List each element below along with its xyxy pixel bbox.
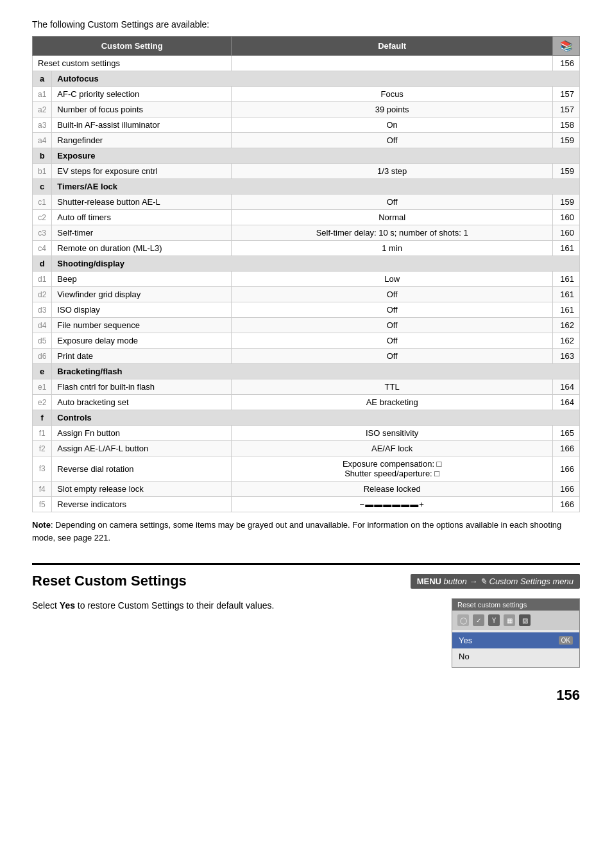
row-default-e2: AE bracketing <box>232 395 553 410</box>
row-default-b1: 1/3 step <box>232 164 553 179</box>
row-f3: f3 Reverse dial rotation Exposure compen… <box>33 456 580 482</box>
menu-path-text: button → ✎ Custom Settings menu <box>444 577 574 586</box>
row-default-d2: Off <box>232 287 553 302</box>
row-label-c3: Self-timer <box>52 225 232 241</box>
note-text: : Depending on camera settings, some ite… <box>32 520 561 542</box>
reset-row: Reset custom settings 156 <box>33 56 580 71</box>
row-label-f4: Slot empty release lock <box>52 482 232 497</box>
row-id-f1: f1 <box>33 426 52 441</box>
row-d5: d5 Exposure delay mode Off 162 <box>33 333 580 349</box>
row-default-c1: Off <box>232 195 553 210</box>
row-label-f1: Assign Fn button <box>52 426 232 441</box>
row-c3: c3 Self-timer Self-timer delay: 10 s; nu… <box>33 225 580 241</box>
dialog-title: Reset custom settings <box>452 599 579 611</box>
row-default-d6: Off <box>232 349 553 364</box>
row-page-d4: 162 <box>553 318 580 333</box>
section-header-a: a Autofocus <box>33 71 580 87</box>
row-default-d4: Off <box>232 318 553 333</box>
row-page-a2: 157 <box>553 102 580 117</box>
row-page-f5: 166 <box>553 497 580 512</box>
section-title-f: Controls <box>52 410 580 426</box>
row-label-d3: ISO display <box>52 302 232 318</box>
row-default-d5: Off <box>232 333 553 349</box>
row-label-c2: Auto off timers <box>52 210 232 225</box>
row-default-c3: Self-timer delay: 10 s; number of shots:… <box>232 225 553 241</box>
col-header-setting: Custom Setting <box>33 37 232 56</box>
row-label-c1: Shutter-release button AE-L <box>52 195 232 210</box>
row-d1: d1 Beep Low 161 <box>33 272 580 287</box>
row-page-f2: 166 <box>553 441 580 456</box>
row-label-d6: Print date <box>52 349 232 364</box>
row-id-d4: d4 <box>33 318 52 333</box>
reset-menu-path: MENU button → ✎ Custom Settings menu <box>411 574 580 589</box>
row-label-e2: Auto bracketing set <box>52 395 232 410</box>
section-header-e: e Bracketing/flash <box>33 364 580 379</box>
row-page-c4: 161 <box>553 241 580 256</box>
row-id-f4: f4 <box>33 482 52 497</box>
reset-page: 156 <box>553 56 580 71</box>
row-page-f4: 166 <box>553 482 580 497</box>
row-page-b1: 159 <box>553 164 580 179</box>
row-id-c4: c4 <box>33 241 52 256</box>
row-label-a4: Rangefinder <box>52 133 232 148</box>
row-page-d6: 163 <box>553 349 580 364</box>
row-label-f5: Reverse indicators <box>52 497 232 512</box>
row-c2: c2 Auto off timers Normal 160 <box>33 210 580 225</box>
section-title-a: Autofocus <box>52 71 580 87</box>
dialog-icon-4: ▦ <box>504 614 515 626</box>
menu-label: MENU <box>417 577 441 586</box>
no-label: No <box>459 652 470 661</box>
row-page-a1: 157 <box>553 87 580 102</box>
row-default-d1: Low <box>232 272 553 287</box>
row-page-f1: 165 <box>553 426 580 441</box>
row-default-f2: AE/AF lock <box>232 441 553 456</box>
row-f2: f2 Assign AE-L/AF-L button AE/AF lock 16… <box>33 441 580 456</box>
reset-header: Reset Custom Settings MENU button → ✎ Cu… <box>32 573 580 589</box>
intro-text: The following Custom Settings are availa… <box>32 19 580 30</box>
row-f1: f1 Assign Fn button ISO sensitivity 165 <box>33 426 580 441</box>
custom-settings-table: Custom Setting Default 📚 Reset custom se… <box>32 36 580 512</box>
row-d6: d6 Print date Off 163 <box>33 349 580 364</box>
dialog-icons: ◯ ✓ Y ▦ ▨ <box>452 611 579 630</box>
row-e2: e2 Auto bracketing set AE bracketing 164 <box>33 395 580 410</box>
section-key-c: c <box>33 179 52 195</box>
row-page-d2: 161 <box>553 287 580 302</box>
row-f4: f4 Slot empty release lock Release locke… <box>33 482 580 497</box>
row-label-c4: Remote on duration (ML-L3) <box>52 241 232 256</box>
row-page-a3: 158 <box>553 117 580 133</box>
row-id-a3: a3 <box>33 117 52 133</box>
row-id-e1: e1 <box>33 379 52 395</box>
row-page-c3: 160 <box>553 225 580 241</box>
row-page-f3: 166 <box>553 456 580 482</box>
row-label-a2: Number of focus points <box>52 102 232 117</box>
row-default-d3: Off <box>232 302 553 318</box>
row-label-a3: Built-in AF-assist illuminator <box>52 117 232 133</box>
reset-section: Reset Custom Settings MENU button → ✎ Cu… <box>32 563 580 668</box>
section-key-f: f <box>33 410 52 426</box>
dialog-icon-1: ◯ <box>457 614 469 626</box>
dialog-option-no[interactable]: No <box>452 648 579 664</box>
row-id-d3: d3 <box>33 302 52 318</box>
row-a1: a1 AF-C priority selection Focus 157 <box>33 87 580 102</box>
row-id-f5: f5 <box>33 497 52 512</box>
row-id-b1: b1 <box>33 164 52 179</box>
row-id-f3: f3 <box>33 456 52 482</box>
dialog-option-yes[interactable]: Yes OK <box>452 632 579 648</box>
row-id-d2: d2 <box>33 287 52 302</box>
row-e1: e1 Flash cntrl for built-in flash TTL 16… <box>33 379 580 395</box>
indicators-symbol: −▬▬▬▬▬▬+ <box>360 499 425 509</box>
row-default-a3: On <box>232 117 553 133</box>
row-id-c3: c3 <box>33 225 52 241</box>
row-default-e1: TTL <box>232 379 553 395</box>
row-default-f3: Exposure compensation: □Shutter speed/ap… <box>232 456 553 482</box>
row-page-e2: 164 <box>553 395 580 410</box>
yes-label: Yes <box>459 636 472 645</box>
row-page-a4: 159 <box>553 133 580 148</box>
row-id-e2: e2 <box>33 395 52 410</box>
row-label-e1: Flash cntrl for built-in flash <box>52 379 232 395</box>
row-label-d5: Exposure delay mode <box>52 333 232 349</box>
section-key-d: d <box>33 256 52 272</box>
row-id-c1: c1 <box>33 195 52 210</box>
reset-dialog: Reset custom settings ◯ ✓ Y ▦ ▨ Yes OK N… <box>452 598 580 668</box>
row-id-d1: d1 <box>33 272 52 287</box>
